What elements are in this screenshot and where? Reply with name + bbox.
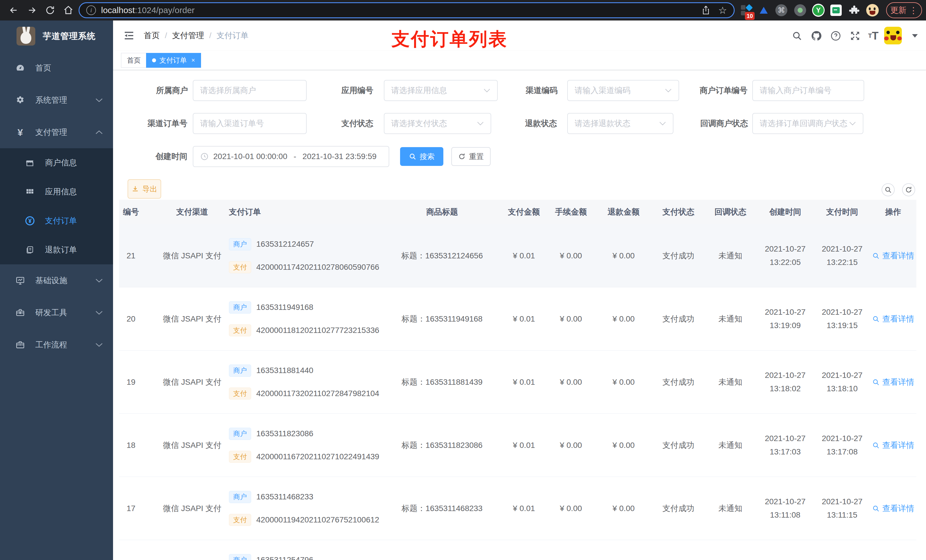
refund-status-select[interactable]: 请选择退款状态 [567,113,673,134]
site-info-icon[interactable]: i [86,5,96,15]
ptime-date: 2021-10-27 [822,308,862,317]
sidebar-item-merchant-info[interactable]: 商户信息 [0,148,113,177]
url-path: :1024/pay/order [135,5,195,15]
browser-menu-icon[interactable]: ⋮ [909,5,918,15]
merchant-input[interactable] [200,86,299,95]
breadcrumb-home[interactable]: 首页 [144,30,160,41]
gear-icon [14,95,27,105]
extension-y-icon[interactable]: Y [812,4,825,17]
table-row: 18 微信 JSAPI 支付 商户 1635311823086 支付 42000… [119,414,916,477]
date-range-picker[interactable]: 2021-10-01 00:00:00 - 2021-10-31 23:59:5… [193,146,389,167]
cell-refund: ¥ 0.00 [595,287,652,350]
channel-order-no-input[interactable] [200,119,299,128]
tags-view-bar: 首页 支付订单 × [113,51,926,70]
font-size-icon[interactable]: TT [867,29,880,43]
sidebar-item-pay-order[interactable]: 支付订单 [0,206,113,235]
cell-status: 支付成功 [652,414,705,477]
cell-create-time: 2021-10-2713:11:08 [756,477,814,540]
merchant-order-no-input[interactable] [760,86,857,95]
sidebar-item-home[interactable]: 首页 [0,52,113,84]
order-line-pay: 支付 4200001194202110276752100612 [229,514,379,526]
ptime-time: 13:18:10 [827,384,858,393]
cell-fee [547,540,595,560]
tag-merchant: 商户 [229,491,251,503]
export-button[interactable]: 导出 [127,179,161,199]
cell-fee: ¥ 0.00 [547,350,595,414]
monitor-icon [14,276,27,285]
reset-button[interactable]: 重置 [451,147,490,166]
extensions-puzzle-icon[interactable] [848,4,861,17]
col-action: 操作 [870,200,916,224]
filter-label-pay-status: 支付状态 [288,113,373,134]
browser-update-button[interactable]: 更新 ⋮ [886,2,922,18]
sidebar-item-system[interactable]: 系统管理 [0,84,113,116]
browser-forward-icon[interactable] [24,3,39,18]
view-detail-link[interactable]: 查看详情 [872,251,914,261]
cell-action: 查看详情 [870,287,916,350]
view-detail-link[interactable]: 查看详情 [872,377,914,388]
sidebar-item-app-info[interactable]: 应用信息 [0,177,113,206]
extension-dot-icon[interactable] [794,4,806,17]
cell-notify: 未通知 [705,287,756,350]
breadcrumb-pay-mgmt[interactable]: 支付管理 [172,30,204,41]
order-line-merchant: 商户 1635311949168 [229,301,313,314]
app-logo[interactable]: 芋道管理系统 [0,21,113,52]
yen-circle-icon [23,216,36,226]
extension-chat-icon[interactable] [830,4,842,17]
fullscreen-icon[interactable] [848,29,862,43]
tab-close-icon[interactable]: × [191,57,195,64]
sidebar-item-refund-order[interactable]: 退款订单 [0,235,113,264]
sidebar-item-infra[interactable]: 基础设施 [0,264,113,296]
merchant-order-no-field[interactable] [752,80,864,101]
user-avatar[interactable] [884,27,902,44]
table-row: 19 微信 JSAPI 支付 商户 1635311881440 支付 42000… [119,350,916,414]
extension-command-icon[interactable]: ⌘ [775,4,788,17]
ctime-time: 13:22:05 [770,258,801,267]
document-icon [23,246,36,254]
tag-pay: 支付 [229,388,251,400]
pay-no: 4200001173202110272847982104 [256,389,379,398]
cell-channel: 微信 JSAPI 支付 [159,224,225,287]
refresh-table-button[interactable] [902,183,915,196]
cell-create-time: 2021-10-2713:22:05 [756,224,814,287]
cell-pay: ¥ 0.01 [501,287,547,350]
extension-icon-1[interactable]: 10 [740,4,753,17]
address-bar[interactable]: i localhost :1024/pay/order ☆ [79,2,735,18]
col-title: 商品标题 [383,200,501,224]
col-notify-status: 回调状态 [705,200,756,224]
header-search-icon[interactable] [790,29,804,43]
avatar-dropdown-caret[interactable] [912,34,918,38]
cell-order: 商户 1635311823086 支付 42000011672021102710… [225,414,383,477]
col-fee-amount: 手续金额 [547,200,595,224]
browser-reload-icon[interactable] [43,3,57,18]
cell-notify: 未通知 [705,224,756,287]
app-title: 芋道管理系统 [43,30,96,42]
sidebar-toggle-icon[interactable] [123,30,135,41]
sidebar-item-payment[interactable]: ¥ 支付管理 [0,116,113,148]
profile-avatar-icon[interactable] [866,4,879,17]
tab-home[interactable]: 首页 [121,53,147,68]
help-icon[interactable] [829,29,843,43]
col-refund-amount: 退款金额 [595,200,652,224]
view-detail-link[interactable]: 查看详情 [872,503,914,514]
ptime-date: 2021-10-27 [822,434,862,443]
search-button[interactable]: 搜索 [400,147,443,166]
bookmark-star-icon[interactable]: ☆ [719,5,727,16]
cell-pay-time: 2021-10-2713:11:15 [814,477,870,540]
toggle-search-button[interactable] [882,183,895,196]
cell-refund [595,540,652,560]
share-icon[interactable] [701,5,710,15]
browser-home-icon[interactable] [61,3,76,18]
sidebar-item-dev-tools[interactable]: 研发工具 [0,296,113,329]
github-icon[interactable] [809,29,823,43]
cell-order: 商户 1635311881440 支付 42000011732021102728… [225,350,383,414]
tab-pay-order[interactable]: 支付订单 × [146,53,201,68]
pay-no: 4200001174202110278060590766 [256,263,379,272]
extension-kite-icon[interactable] [757,4,770,17]
view-detail-link[interactable]: 查看详情 [872,314,914,325]
view-detail-link[interactable]: 查看详情 [872,440,914,451]
notify-status-select[interactable]: 请选择订单回调商户状态 [752,113,863,134]
sidebar-item-workflow[interactable]: 工作流程 [0,329,113,361]
browser-back-icon[interactable] [6,3,21,18]
order-line-pay: 支付 4200001181202110277723215336 [229,325,379,337]
